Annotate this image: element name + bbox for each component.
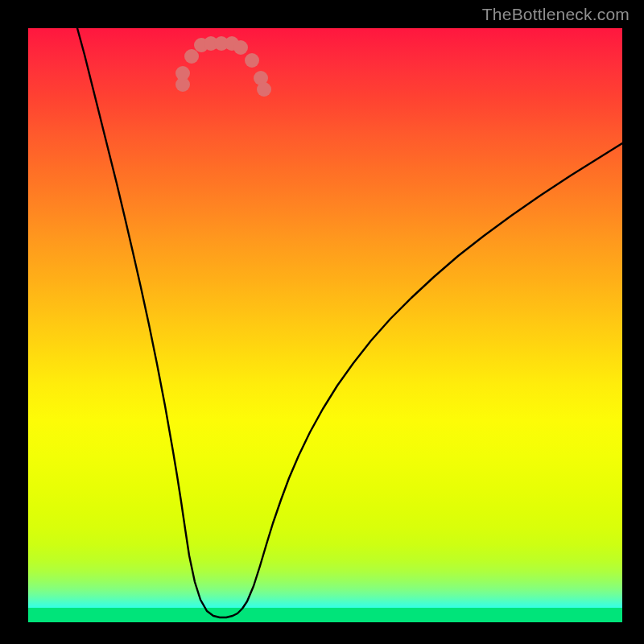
watermark-text: TheBottleneck.com [482, 5, 630, 24]
plot-area [28, 28, 622, 622]
bottom-band [28, 608, 622, 622]
